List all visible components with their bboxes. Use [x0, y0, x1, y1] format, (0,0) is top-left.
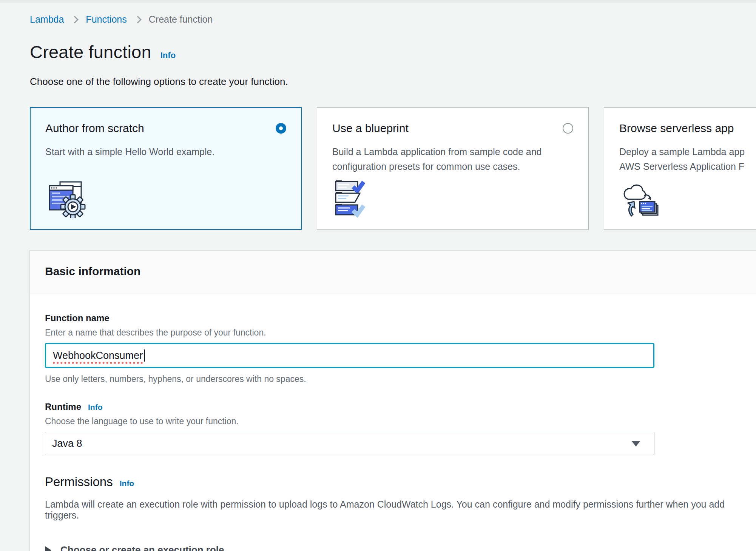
dropdown-caret-icon [631, 441, 640, 446]
radio-unselected-icon[interactable] [563, 123, 573, 134]
window-top-edge [0, 0, 756, 3]
runtime-description: Choose the language to use to write your… [45, 416, 752, 426]
breadcrumb-lambda-link[interactable]: Lambda [30, 14, 64, 25]
basic-information-panel: Basic information Function name Enter a … [29, 250, 756, 551]
serverless-app-repository-icon [619, 180, 661, 218]
page-title-row: Create function Info [30, 42, 756, 62]
panel-body: Function name Enter a name that describe… [30, 294, 756, 551]
creation-option-cards: Author from scratch Start with a simple … [30, 107, 756, 230]
runtime-info-link[interactable]: Info [88, 403, 102, 412]
card-header: Browse serverless app [619, 122, 756, 135]
card-description-line: AWS Serverless Application F [619, 159, 756, 174]
function-name-field-group: Function name Enter a name that describe… [45, 313, 752, 384]
breadcrumb: Lambda Functions Create function [30, 3, 756, 25]
function-name-input[interactable]: WebhookConsumer [45, 343, 654, 368]
card-description-line: Deploy a sample Lambda app [619, 145, 756, 159]
chevron-right-icon [134, 16, 142, 23]
card-title: Browse serverless app [619, 122, 734, 135]
breadcrumb-current: Create function [149, 14, 213, 25]
intro-text: Choose one of the following options to c… [30, 76, 756, 88]
panel-header: Basic information [30, 251, 756, 294]
runtime-label: Runtime [45, 402, 81, 412]
text-caret [144, 349, 145, 362]
runtime-selected-value: Java 8 [52, 438, 82, 449]
card-description: Build a Lambda application from sample c… [332, 145, 573, 174]
function-name-description: Enter a name that describes the purpose … [45, 328, 752, 338]
execution-role-expander-label: Choose or create an execution role [60, 544, 224, 551]
permissions-section: Permissions Info Lambda will create an e… [45, 475, 752, 551]
card-description: Deploy a sample Lambda app AWS Serverles… [619, 145, 756, 174]
card-title: Author from scratch [45, 122, 144, 135]
card-header: Author from scratch [45, 122, 286, 135]
card-author-from-scratch[interactable]: Author from scratch Start with a simple … [30, 107, 302, 230]
card-header: Use a blueprint [332, 122, 573, 135]
permissions-info-link[interactable]: Info [120, 479, 134, 488]
card-use-a-blueprint[interactable]: Use a blueprint Build a Lambda applicati… [317, 107, 589, 230]
function-name-value: WebhookConsumer [53, 350, 143, 362]
runtime-field-group: Runtime Info Choose the language to use … [45, 402, 752, 455]
execution-role-expander[interactable]: Choose or create an execution role [45, 544, 752, 551]
title-info-link[interactable]: Info [160, 51, 176, 60]
function-name-label: Function name [45, 313, 752, 323]
permissions-title: Permissions [45, 475, 113, 489]
breadcrumb-functions-link[interactable]: Functions [86, 14, 127, 25]
author-from-scratch-icon [45, 180, 87, 218]
blueprint-icon [332, 180, 374, 218]
card-browse-serverless-app-repository[interactable]: Browse serverless app Deploy a sample La… [604, 107, 756, 230]
expander-triangle-icon [45, 546, 51, 551]
runtime-select[interactable]: Java 8 [45, 432, 654, 455]
create-function-page: Lambda Functions Create function Create … [0, 3, 756, 551]
chevron-right-icon [71, 16, 79, 23]
section-title: Basic information [45, 265, 741, 278]
radio-selected-icon[interactable] [276, 123, 286, 134]
card-title: Use a blueprint [332, 122, 409, 135]
permissions-description: Lambda will create an execution role wit… [45, 499, 752, 521]
page-title: Create function [30, 42, 151, 62]
card-description: Start with a simple Hello World example. [45, 145, 286, 159]
function-name-constraint: Use only letters, numbers, hyphens, or u… [45, 374, 752, 384]
